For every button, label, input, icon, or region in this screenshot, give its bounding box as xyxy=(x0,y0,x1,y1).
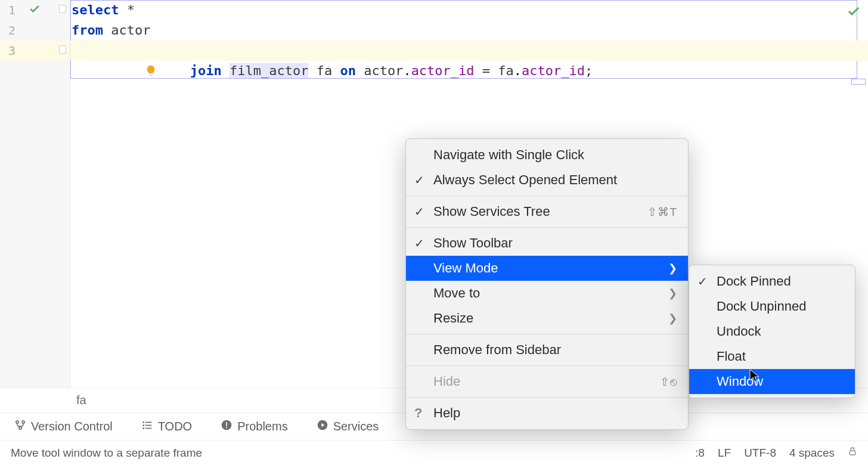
menu-separator xyxy=(406,397,688,398)
alias-fa-ref: fa xyxy=(498,63,514,78)
breadcrumb-item[interactable]: fa xyxy=(76,393,86,407)
intention-bulb-icon[interactable] xyxy=(81,43,95,57)
status-encoding[interactable]: UTF-8 xyxy=(744,447,776,460)
submenu-item-dock-pinned[interactable]: ✓ Dock Pinned xyxy=(689,269,855,294)
inspection-ok-icon[interactable] xyxy=(847,4,861,24)
submenu-item-window[interactable]: Window xyxy=(689,369,855,394)
tool-window-problems[interactable]: Problems xyxy=(221,419,287,434)
menu-item-view-mode[interactable]: View Mode ❯ xyxy=(406,256,688,281)
chevron-right-icon: ❯ xyxy=(668,262,677,275)
status-hint: Move tool window to a separate frame xyxy=(11,447,202,460)
check-icon: ✓ xyxy=(414,173,424,187)
column-actor-id-2: actor_id xyxy=(522,63,585,78)
menu-label: Remove from Sidebar xyxy=(433,342,561,358)
chevron-right-icon: ❯ xyxy=(668,312,677,325)
menu-separator xyxy=(406,334,688,334)
menu-label: Navigate with Single Click xyxy=(433,147,584,163)
selection-handle xyxy=(851,79,866,85)
menu-item-show-services-tree[interactable]: ✓ Show Services Tree ⇧⌘T xyxy=(406,199,688,224)
menu-item-navigate-single-click[interactable]: Navigate with Single Click xyxy=(406,142,688,168)
menu-label: Float xyxy=(717,349,746,364)
status-line-separator[interactable]: LF xyxy=(718,447,731,460)
menu-label: Move to xyxy=(433,286,480,301)
menu-item-resize[interactable]: Resize ❯ xyxy=(406,306,688,331)
keyword-from: from xyxy=(72,23,103,38)
tool-window-todo[interactable]: TODO xyxy=(141,419,192,434)
check-icon: ✓ xyxy=(414,204,424,219)
warning-circle-icon xyxy=(221,419,232,434)
menu-item-show-toolbar[interactable]: ✓ Show Toolbar xyxy=(406,231,688,256)
menu-label: Undock xyxy=(717,324,761,339)
svg-rect-4 xyxy=(145,422,151,423)
code-line-2[interactable]: from actor xyxy=(70,20,868,41)
submenu-item-float[interactable]: Float xyxy=(689,344,855,369)
tool-label: Problems xyxy=(237,420,287,433)
check-icon xyxy=(29,3,41,18)
alias-fa: fa xyxy=(317,63,333,78)
fold-marker-icon[interactable] xyxy=(59,5,67,13)
gutter-line-2[interactable]: 2 xyxy=(0,20,70,41)
submenu-item-dock-unpinned[interactable]: Dock Unpinned xyxy=(689,294,855,319)
menu-label: View Mode xyxy=(433,261,498,276)
gutter: 1 2 3 xyxy=(0,0,70,388)
svg-point-0 xyxy=(16,421,18,423)
chevron-right-icon: ❯ xyxy=(668,287,677,300)
menu-separator xyxy=(406,227,688,228)
table-actor-ref: actor xyxy=(364,63,403,78)
menu-label: Dock Unpinned xyxy=(717,299,806,314)
menu-label: Window xyxy=(717,374,763,389)
branch-icon xyxy=(14,419,26,434)
menu-label: Dock Pinned xyxy=(717,274,791,289)
svg-rect-8 xyxy=(145,428,151,429)
line-number: 3 xyxy=(8,44,23,58)
table-film-actor: film_actor xyxy=(230,63,308,78)
status-caret-position[interactable]: :8 xyxy=(695,447,705,460)
keyword-select: select xyxy=(72,2,119,17)
svg-rect-7 xyxy=(142,427,144,429)
tool-label: Version Control xyxy=(31,420,113,433)
keyword-on: on xyxy=(340,63,356,78)
list-icon xyxy=(141,419,153,434)
svg-rect-6 xyxy=(145,425,151,426)
tool-window-services[interactable]: Services xyxy=(317,419,379,434)
context-menu: Navigate with Single Click ✓ Always Sele… xyxy=(405,138,689,430)
table-actor: actor xyxy=(103,23,150,38)
tool-window-version-control[interactable]: Version Control xyxy=(14,419,113,434)
menu-label: Show Toolbar xyxy=(433,235,513,251)
gutter-line-3[interactable]: 3 xyxy=(0,41,70,61)
tool-label: Services xyxy=(333,420,379,433)
svg-point-2 xyxy=(19,427,21,429)
submenu-item-undock[interactable]: Undock xyxy=(689,319,855,344)
gutter-line-1[interactable]: 1 xyxy=(0,0,70,20)
tool-label: TODO xyxy=(158,420,192,433)
svg-rect-14 xyxy=(850,451,855,455)
svg-rect-11 xyxy=(226,427,227,428)
menu-separator xyxy=(406,365,688,366)
view-mode-submenu: ✓ Dock Pinned Dock Unpinned Undock Float… xyxy=(689,265,855,398)
svg-rect-3 xyxy=(142,421,144,423)
line-number: 1 xyxy=(8,3,23,17)
menu-item-hide[interactable]: Hide ⇧⎋ xyxy=(406,369,688,394)
menu-label: Always Select Opened Element xyxy=(433,172,617,188)
menu-separator xyxy=(406,196,688,196)
lock-icon[interactable] xyxy=(848,446,857,460)
check-icon: ✓ xyxy=(698,274,708,289)
svg-rect-10 xyxy=(226,422,227,426)
svg-rect-5 xyxy=(142,424,144,426)
menu-shortcut: ⇧⎋ xyxy=(660,375,677,389)
menu-label: Hide xyxy=(433,374,460,389)
menu-item-move-to[interactable]: Move to ❯ xyxy=(406,281,688,306)
fold-marker-icon[interactable] xyxy=(59,45,67,54)
menu-label: Resize xyxy=(433,311,473,326)
menu-item-always-select-opened[interactable]: ✓ Always Select Opened Element xyxy=(406,168,688,193)
keyword-join: join xyxy=(190,63,222,78)
status-indent[interactable]: 4 spaces xyxy=(789,447,835,460)
menu-label: Show Services Tree xyxy=(433,204,550,219)
check-icon: ✓ xyxy=(414,236,424,250)
menu-item-remove-sidebar[interactable]: Remove from Sidebar xyxy=(406,337,688,362)
menu-item-help[interactable]: ? Help xyxy=(406,401,688,426)
code-line-3[interactable]: join film_actor fa on actor.actor_id = f… xyxy=(70,41,868,61)
status-bar: Move tool window to a separate frame :8 … xyxy=(0,440,868,465)
code-line-1[interactable]: select * xyxy=(70,0,868,20)
star: * xyxy=(119,2,135,17)
